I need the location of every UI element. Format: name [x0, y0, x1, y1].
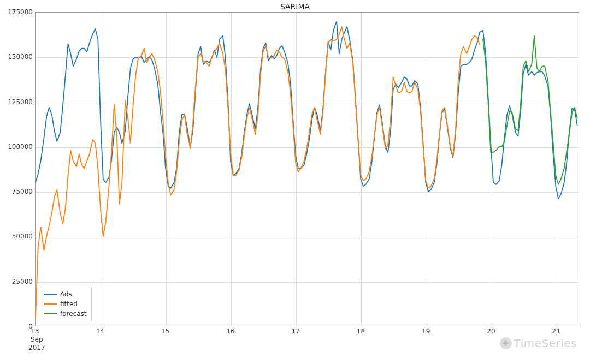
legend-label: Ads — [60, 290, 72, 298]
legend-swatch — [44, 294, 57, 295]
y-tick-label: 125000 — [4, 98, 33, 106]
x-tick-label: 18 — [350, 327, 371, 335]
legend-item-ads: Ads — [44, 289, 87, 299]
legend-item-forecast: forecast — [44, 309, 87, 319]
legend-label: forecast — [60, 310, 87, 318]
y-tick-label: 75000 — [4, 188, 33, 195]
x-axis-year-label: 2017 — [28, 344, 45, 351]
y-tick-label: 50000 — [4, 232, 33, 240]
gridline-horizontal — [36, 327, 579, 327]
x-tick-label: 21 — [545, 327, 567, 335]
y-tick-label: 25000 — [4, 278, 33, 285]
plot-area: Adsfittedforecast — [35, 12, 579, 326]
series-forecast — [483, 36, 577, 184]
x-tick-label: 16 — [220, 327, 241, 335]
x-tick-label: 13 — [24, 327, 46, 335]
legend-label: fitted — [60, 300, 78, 308]
chart-title: SARIMA — [0, 2, 590, 11]
x-tick-label: 19 — [415, 327, 437, 335]
chart-container: SARIMA 025000500007500010000012500015000… — [0, 0, 590, 364]
y-tick-label: 175000 — [4, 8, 33, 16]
x-axis-month-label: Sep — [31, 336, 43, 343]
legend: Adsfittedforecast — [40, 287, 92, 321]
x-tick-label: 20 — [480, 327, 502, 335]
x-tick-label: 15 — [155, 327, 176, 335]
legend-item-fitted: fitted — [44, 299, 87, 309]
watermark: ✦ TimeSeries — [500, 337, 577, 350]
x-tick-label: 14 — [89, 327, 111, 335]
series-fitted — [36, 27, 480, 319]
y-tick-label: 150000 — [4, 53, 33, 61]
watermark-text: TimeSeries — [514, 337, 577, 350]
watermark-icon: ✦ — [500, 337, 512, 349]
y-tick-label: 100000 — [4, 143, 33, 151]
x-tick-label: 17 — [285, 327, 306, 335]
legend-swatch — [44, 303, 57, 305]
legend-swatch — [44, 313, 57, 314]
series-layer — [36, 13, 579, 326]
series-ads — [36, 21, 577, 199]
